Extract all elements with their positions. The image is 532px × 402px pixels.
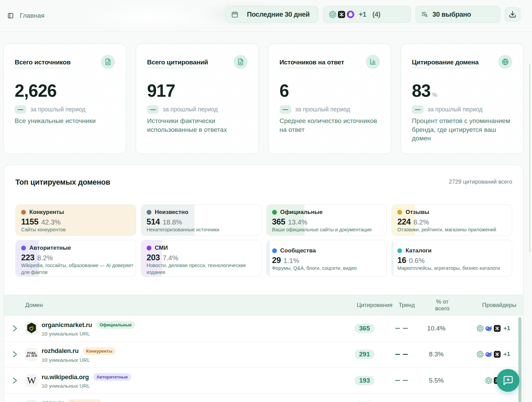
svg-text:ДА ЛЁН: ДА ЛЁН bbox=[26, 354, 37, 357]
